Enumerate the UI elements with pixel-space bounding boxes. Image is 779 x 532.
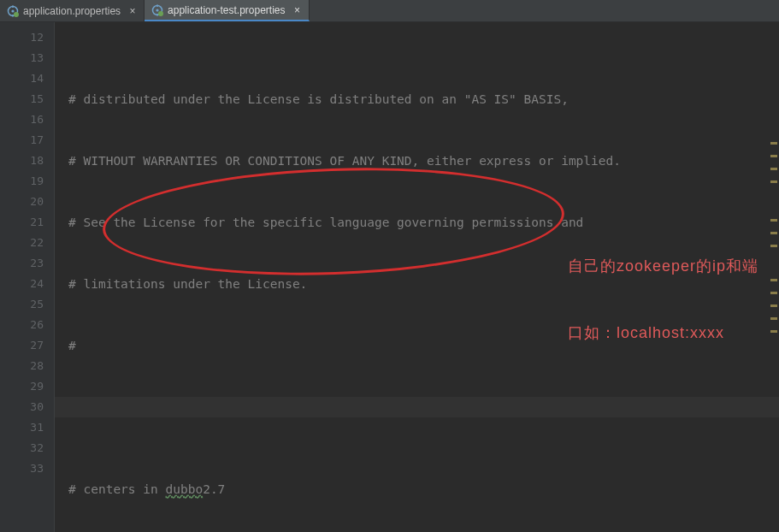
- code-line: # See the License for the specific langu…: [68, 212, 779, 233]
- line-number: 28: [0, 356, 44, 376]
- tab-application-properties[interactable]: application.properties ×: [0, 0, 145, 21]
- editor: 1213141516171819202122232425262728293031…: [0, 22, 779, 532]
- code-line: # distributed under the License is distr…: [68, 89, 779, 109]
- line-number: 24: [0, 274, 44, 294]
- line-number: 33: [0, 458, 44, 479]
- line-number: 15: [0, 89, 44, 109]
- close-icon[interactable]: ×: [127, 5, 139, 17]
- line-number: 20: [0, 192, 44, 212]
- svg-point-9: [158, 11, 163, 16]
- code-line: # centers in dubbo2.7: [68, 479, 779, 499]
- svg-rect-8: [156, 14, 158, 16]
- line-number: 30: [0, 397, 44, 417]
- line-number: 16: [0, 109, 44, 130]
- tab-bar: application.properties × application-tes…: [0, 0, 779, 22]
- line-number-gutter: 1213141516171819202122232425262728293031…: [0, 22, 55, 532]
- svg-point-6: [156, 9, 158, 11]
- tab-application-test-properties[interactable]: application-test.properties ×: [145, 0, 309, 21]
- tab-label: application.properties: [23, 5, 121, 17]
- line-number: 29: [0, 376, 44, 397]
- line-number: 17: [0, 130, 44, 151]
- line-number: 19: [0, 171, 44, 192]
- code-line: #: [68, 335, 779, 356]
- svg-rect-7: [156, 4, 158, 7]
- tab-label: application-test.properties: [168, 4, 285, 16]
- line-number: 26: [0, 315, 44, 335]
- code-area[interactable]: # distributed under the License is distr…: [55, 22, 779, 532]
- svg-rect-3: [12, 15, 14, 17]
- annotation-text: 自己的zookeeper的ip和端 口如：localhost:xxxx: [568, 210, 779, 388]
- svg-rect-2: [12, 5, 14, 8]
- line-number: 18: [0, 151, 44, 171]
- properties-file-icon: [151, 4, 163, 16]
- properties-file-icon: [7, 5, 19, 17]
- line-number: 27: [0, 335, 44, 356]
- line-number: 22: [0, 233, 44, 253]
- line-number: 21: [0, 212, 44, 233]
- close-icon[interactable]: ×: [292, 4, 304, 16]
- code-line-current: [55, 397, 779, 417]
- line-number: 31: [0, 417, 44, 438]
- line-number: 14: [0, 68, 44, 89]
- code-line: # WITHOUT WARRANTIES OR CONDITIONS OF AN…: [68, 151, 779, 171]
- line-number: 32: [0, 438, 44, 458]
- svg-point-1: [11, 9, 14, 12]
- error-stripe[interactable]: [769, 22, 777, 532]
- code-line: # limitations under the License.: [68, 274, 779, 294]
- line-number: 25: [0, 294, 44, 315]
- svg-point-4: [14, 12, 19, 17]
- line-number: 12: [0, 27, 44, 48]
- line-number: 23: [0, 253, 44, 274]
- line-number: 13: [0, 48, 44, 68]
